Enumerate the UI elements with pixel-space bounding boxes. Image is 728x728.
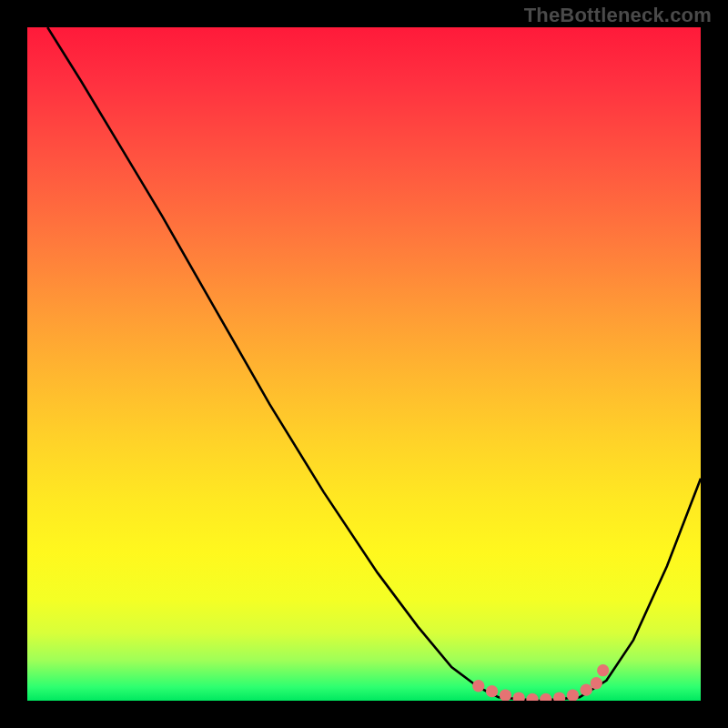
marker-dot [486,685,498,697]
bottleneck-curve [47,27,701,701]
marker-dot [581,684,592,696]
marker-dot [526,693,538,701]
marker-dot [472,680,484,692]
watermark-text: TheBottleneck.com [524,4,712,27]
marker-dot [553,692,565,701]
marker-dot [597,664,609,676]
marker-dots-group [472,664,609,701]
plot-area [27,27,701,701]
marker-dot [591,677,602,689]
marker-dot [540,693,551,701]
chart-svg [27,27,701,701]
marker-dot [567,689,579,701]
marker-dot [500,689,511,701]
marker-dot [513,692,525,701]
